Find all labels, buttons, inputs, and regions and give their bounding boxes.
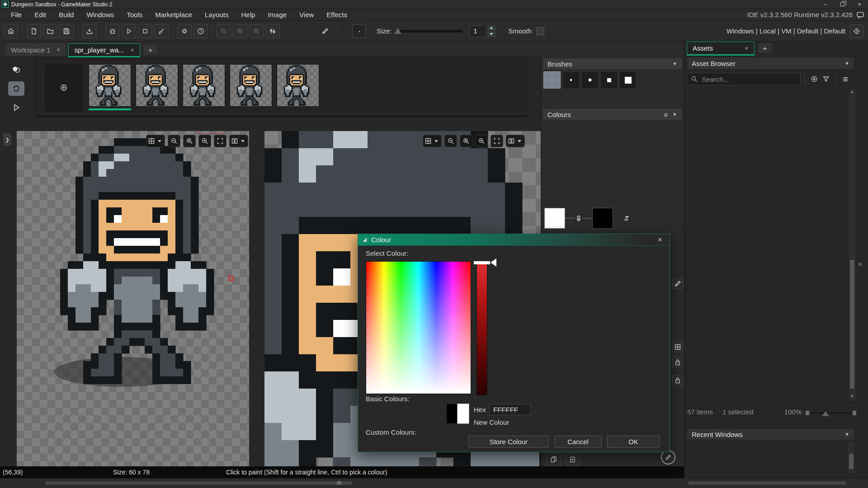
zoom-in-canvas-button[interactable] xyxy=(198,135,211,147)
pencil-icon[interactable] xyxy=(672,278,683,289)
split-view-button[interactable] xyxy=(506,135,525,147)
new-tab-button[interactable]: + xyxy=(144,45,157,55)
pencil-tool-icon[interactable] xyxy=(321,28,329,35)
menu-layouts[interactable]: Layouts xyxy=(198,10,235,19)
run-button[interactable] xyxy=(122,24,136,38)
brush-square-6[interactable] xyxy=(581,71,599,89)
target-icon[interactable] xyxy=(850,24,863,38)
menu-edit[interactable]: Edit xyxy=(28,10,52,19)
sprite-canvas[interactable] xyxy=(52,138,237,384)
duplicate-icon[interactable] xyxy=(565,453,580,466)
onion-skin-icon[interactable] xyxy=(8,62,24,77)
feedback-bubble-icon[interactable] xyxy=(856,11,864,19)
grid-toggle-button[interactable] xyxy=(146,135,165,147)
lock-icon[interactable] xyxy=(672,375,683,386)
zoom-out-canvas-button[interactable] xyxy=(168,135,180,147)
tab-assets[interactable]: Assets × xyxy=(687,42,755,54)
play-animation-icon[interactable] xyxy=(8,100,24,115)
background-colour[interactable] xyxy=(592,208,613,229)
target-config-text[interactable]: Windows | Local | VM | Default | Default xyxy=(726,27,845,35)
frame-thumbnail-4[interactable] xyxy=(277,64,319,107)
tab-workspace-1[interactable]: Workspace 1× xyxy=(5,43,66,56)
panel-expander-icon[interactable]: ❯ xyxy=(4,134,11,145)
frame-thumbnail-2[interactable] xyxy=(183,64,225,107)
settings-button[interactable] xyxy=(177,24,192,38)
ok-button[interactable]: OK xyxy=(607,436,660,448)
loop-playback-icon[interactable] xyxy=(8,81,24,96)
brush-preview[interactable] xyxy=(352,24,366,38)
hsv-colour-field[interactable] xyxy=(366,261,471,394)
tree-zoom-slider[interactable] xyxy=(811,412,851,414)
frame-scrollbar[interactable] xyxy=(36,114,526,117)
colours-panel-header[interactable]: Colours ≡ ▼ xyxy=(542,108,682,120)
home-button[interactable] xyxy=(4,24,18,38)
zoom-out-button[interactable] xyxy=(217,24,231,38)
help-button[interactable]: ? xyxy=(193,24,208,38)
menu-windows[interactable]: Windows xyxy=(80,10,120,19)
scroll-up-icon[interactable]: ▲ xyxy=(849,89,855,94)
brushes-panel-header[interactable]: Brushes ▼ xyxy=(542,58,682,70)
value-slider-vertical[interactable] xyxy=(476,263,487,395)
foreground-colour[interactable] xyxy=(544,208,565,229)
smooth-checkbox[interactable] xyxy=(536,27,544,35)
frame-thumbnail-0[interactable] xyxy=(89,64,131,107)
menu-file[interactable]: File xyxy=(5,10,28,19)
export-button[interactable] xyxy=(82,24,97,38)
zoom-in-canvas-button[interactable] xyxy=(475,135,488,147)
zoom-reset-button[interactable] xyxy=(233,24,247,38)
tab-close-icon[interactable]: × xyxy=(745,44,749,52)
expand-dock-icon[interactable]: » xyxy=(858,259,862,268)
recent-windows-header[interactable]: Recent Windows ▼ xyxy=(687,428,854,440)
recent-scrollbar-thumb[interactable] xyxy=(849,454,854,469)
value-slider-handle[interactable] xyxy=(474,261,490,264)
hex-input[interactable]: FFFFFF xyxy=(489,404,531,415)
close-button[interactable]: × xyxy=(851,0,868,9)
horizontal-scrollbar[interactable] xyxy=(45,481,353,485)
room-controls-button[interactable] xyxy=(265,24,280,38)
tab-close-icon[interactable]: × xyxy=(57,46,60,53)
restore-button[interactable] xyxy=(834,0,851,9)
menu-build[interactable]: Build xyxy=(52,10,80,19)
cancel-button[interactable]: Cancel xyxy=(554,436,602,448)
chevron-down-icon[interactable]: ▼ xyxy=(844,432,849,437)
save-project-button[interactable] xyxy=(59,24,74,38)
split-view-button[interactable] xyxy=(229,135,248,147)
brush-size-slider[interactable] xyxy=(395,30,463,33)
brush-square-2[interactable] xyxy=(543,71,561,89)
new-tab-button[interactable]: + xyxy=(758,43,772,53)
fit-canvas-button[interactable] xyxy=(491,135,503,147)
tab-sprite-editor[interactable]: spr_player_wa...× xyxy=(68,43,140,56)
menu-icon[interactable]: ≡ xyxy=(664,111,668,118)
chevron-down-icon[interactable]: ▼ xyxy=(672,61,677,66)
menu-help[interactable]: Help xyxy=(235,10,262,19)
zoom-in-button[interactable] xyxy=(249,24,264,38)
close-icon[interactable]: × xyxy=(655,235,665,244)
frame-thumbnail-3[interactable] xyxy=(230,64,272,107)
zoom-reset-canvas-button[interactable] xyxy=(460,135,472,147)
tree-scrollbar-thumb[interactable] xyxy=(850,260,854,389)
add-frame-button[interactable] xyxy=(45,64,82,111)
fit-canvas-button[interactable] xyxy=(214,135,226,147)
new-project-button[interactable] xyxy=(27,24,41,38)
zoom-reset-canvas-button[interactable] xyxy=(183,135,196,147)
tab-close-icon[interactable]: × xyxy=(131,47,134,54)
menu-marketplace[interactable]: Marketplace xyxy=(149,10,198,19)
store-colour-button[interactable]: Store Colour xyxy=(468,436,549,448)
clean-button[interactable] xyxy=(154,24,169,38)
menu-effects[interactable]: Effects xyxy=(320,10,354,19)
brush-size-value[interactable]: 1 xyxy=(469,25,486,37)
frame-thumbnail-1[interactable] xyxy=(136,64,178,107)
horizontal-scrollbar[interactable] xyxy=(688,481,846,485)
add-asset-button[interactable] xyxy=(808,73,820,85)
minimize-button[interactable]: – xyxy=(816,0,834,9)
search-input[interactable]: Search... xyxy=(687,73,801,85)
grid-toggle-button[interactable] xyxy=(423,135,442,147)
colour-dialog-titlebar[interactable]: Colour × xyxy=(358,234,670,246)
grid-icon[interactable] xyxy=(672,342,683,352)
brush-size-stepper[interactable] xyxy=(487,25,495,37)
lock-icon[interactable] xyxy=(672,357,683,368)
debug-button[interactable] xyxy=(105,24,120,38)
menu-tools[interactable]: Tools xyxy=(120,10,149,19)
swap-colours-icon[interactable] xyxy=(623,215,630,222)
brush-square-9[interactable] xyxy=(600,71,618,89)
